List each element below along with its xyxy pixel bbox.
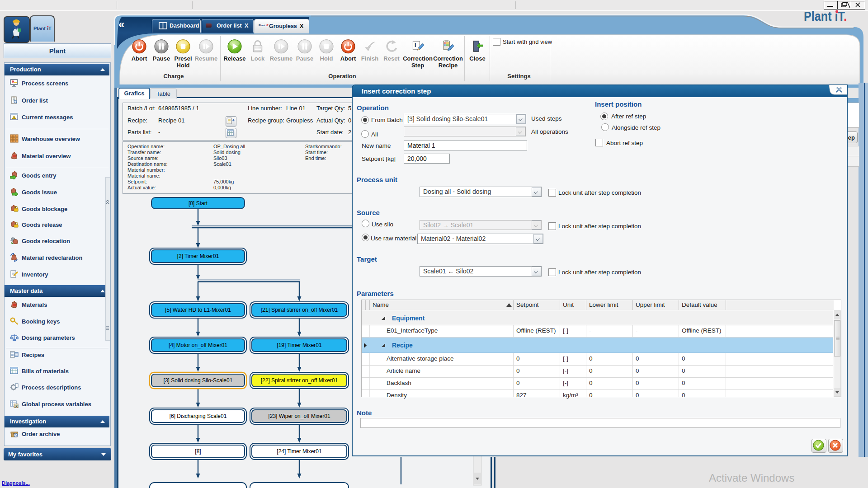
svg-text:[2] Timer Mixer01: [2] Timer Mixer01: [177, 253, 219, 259]
svg-text:I: I: [415, 42, 416, 48]
svg-text:[8]: [8]: [195, 448, 201, 455]
svg-text:[0] Start: [0] Start: [189, 200, 208, 206]
svg-text:«: «: [118, 18, 124, 30]
svg-text:[22] Spiral stirrer on_off Mix: [22] Spiral stirrer on_off Mixer01: [261, 377, 338, 384]
svg-text:[x]: [x]: [15, 404, 19, 408]
svg-text:[21] Spiral stirrer on_off Mix: [21] Spiral stirrer on_off Mixer01: [261, 307, 338, 313]
svg-text:[19] Timer Mixer01: [19] Timer Mixer01: [277, 342, 322, 348]
svg-text:[24] Timer Mixer01: [24] Timer Mixer01: [277, 448, 322, 455]
svg-text:[6] Discharging Scale01: [6] Discharging Scale01: [170, 413, 227, 419]
svg-text:[3] Solid dosing Silo-Scale01: [3] Solid dosing Silo-Scale01: [164, 377, 233, 384]
svg-text:[5] Water HD to L1-Mixer01: [5] Water HD to L1-Mixer01: [165, 307, 231, 313]
svg-text:[23] Wiper on_off Mixer01: [23] Wiper on_off Mixer01: [268, 413, 330, 419]
svg-text:[4] Motor on_off Mixer01: [4] Motor on_off Mixer01: [169, 342, 227, 348]
